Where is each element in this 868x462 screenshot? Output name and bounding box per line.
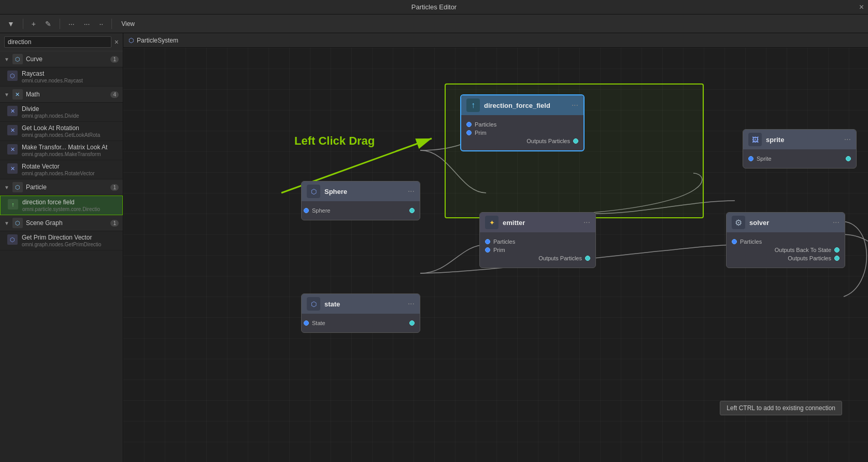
divide-item[interactable]: ✕ Divide omni.graph.nodes.Divide	[0, 103, 123, 122]
solver-back-to-state-row: Outputs Back To State	[732, 247, 839, 253]
emitter-outputs-particles-port[interactable]	[585, 256, 590, 261]
solver-particles-in-port[interactable]	[732, 239, 737, 244]
section-particle[interactable]: ▼ ⬡ Particle 1	[0, 179, 123, 195]
state-node-title: state	[324, 300, 404, 308]
sidebar-search-input[interactable]	[4, 36, 111, 48]
particles-in-port[interactable]	[466, 122, 472, 127]
canvas-header: ⬡ ParticleSystem	[123, 33, 868, 48]
toolbar-separator	[23, 19, 23, 29]
direction-force-field-header: ↑ direction_force_field ···	[461, 95, 584, 115]
particle-section-count: 1	[110, 184, 119, 191]
getprimdirection-item[interactable]: ⬡ Get Prim Direction Vector omni.graph.n…	[0, 231, 123, 250]
solver-outputs-particles-row: Outputs Particles	[732, 255, 839, 261]
solver-outputs-particles-label: Outputs Particles	[788, 255, 831, 261]
sprite-in-port[interactable]	[748, 156, 753, 161]
sprite-dots[interactable]: ···	[844, 135, 851, 144]
direction-force-field-dots[interactable]: ···	[572, 101, 578, 110]
state-in-label: State	[312, 320, 325, 326]
port-row-particles: Particles	[466, 121, 578, 128]
dots1-button[interactable]: ···	[65, 18, 78, 30]
dots2-button[interactable]: ···	[81, 18, 93, 30]
add-button[interactable]: +	[29, 18, 39, 30]
math-section-count: 4	[110, 91, 119, 98]
getprimdirection-name: Get Prim Direction Vector	[22, 234, 118, 241]
emitter-node[interactable]: ✦ emitter ··· Particles Prim Outputs Par…	[479, 212, 596, 268]
solver-dots[interactable]: ···	[833, 218, 839, 227]
state-node[interactable]: ⬡ state ··· State	[301, 293, 420, 333]
sphere-out-port[interactable]	[409, 208, 415, 213]
sprite-node[interactable]: 🖼 sprite ··· Sprite	[743, 129, 857, 169]
sprite-in-label: Sprite	[757, 156, 772, 162]
curve-section-label: Curve	[26, 55, 108, 63]
section-math[interactable]: ▼ ✕ Math 4	[0, 87, 123, 103]
emitter-prim-in-port[interactable]	[485, 247, 490, 253]
curve-section-count: 1	[110, 56, 119, 63]
section-scenegraph[interactable]: ▼ ⬡ Scene Graph 1	[0, 215, 123, 231]
solver-back-to-state-port[interactable]	[834, 247, 839, 253]
sphere-in-label: Sphere	[312, 207, 330, 214]
direction-force-field-node-icon: ↑	[466, 99, 480, 112]
emitter-particles-in-port[interactable]	[485, 239, 490, 244]
edit-button[interactable]: ✎	[42, 18, 54, 30]
raycast-name: Raycast	[22, 70, 118, 77]
dropdown-button[interactable]: ▼	[4, 18, 18, 30]
raycast-item-text: Raycast omni.curve.nodes.Raycast	[22, 70, 118, 83]
state-out-port[interactable]	[409, 320, 415, 326]
toolbar: ▼ + ✎ ··· ··· ·· View	[0, 15, 868, 33]
state-header: ⬡ state ···	[302, 294, 420, 314]
lookat-item-text: Get Look At Rotation omni.graph.nodes.Ge…	[22, 124, 118, 138]
prim-in-port[interactable]	[466, 130, 472, 135]
section-curve[interactable]: ▼ ⬡ Curve 1	[0, 51, 123, 67]
outputs-particles-port[interactable]	[573, 138, 578, 144]
state-body: State	[302, 314, 420, 332]
raycast-path: omni.curve.nodes.Raycast	[22, 78, 105, 83]
divide-icon: ✕	[7, 106, 18, 116]
lookat-item[interactable]: ✕ Get Look At Rotation omni.graph.nodes.…	[0, 122, 123, 141]
direction-force-field-path: omni.particle.system.core.Directio	[22, 206, 105, 212]
title-bar: Particles Editor ×	[0, 0, 868, 15]
sphere-port-row: Sphere	[307, 207, 415, 214]
solver-particles-row: Particles	[732, 239, 839, 245]
direction-force-field-item[interactable]: ↑ direction force field omni.particle.sy…	[0, 195, 123, 215]
sidebar-close-button[interactable]: ×	[115, 38, 119, 46]
rotatevector-icon: ✕	[7, 163, 18, 174]
sprite-node-icon: 🖼	[748, 133, 762, 146]
sphere-body: Sphere	[302, 201, 420, 220]
emitter-prim-row: Prim	[485, 247, 590, 253]
sprite-body: Sprite	[743, 149, 856, 168]
solver-node-icon: ⚙	[732, 216, 745, 229]
view-menu-button[interactable]: View	[117, 19, 139, 29]
emitter-outputs-particles-label: Outputs Particles	[538, 255, 582, 261]
solver-node[interactable]: ⚙ solver ··· Particles Outputs Back To S…	[726, 212, 845, 268]
maketransform-item[interactable]: ✕ Make Transfor... Matrix Look At omni.g…	[0, 141, 123, 160]
solver-outputs-particles-port[interactable]	[834, 256, 839, 261]
sprite-header: 🖼 sprite ···	[743, 130, 856, 149]
particle-section-label: Particle	[26, 184, 108, 191]
state-port-row: State	[307, 320, 415, 326]
sidebar-search-header: ×	[0, 33, 123, 51]
scenegraph-section-label: Scene Graph	[26, 219, 108, 227]
maketransform-path: omni.graph.nodes.MakeTransform	[22, 151, 105, 157]
sphere-dots[interactable]: ···	[408, 187, 415, 196]
rotatevector-item-text: Rotate Vector omni.graph.nodes.RotateVec…	[22, 163, 118, 176]
sphere-node-title: Sphere	[324, 188, 404, 195]
sprite-port-row: Sprite	[748, 156, 851, 162]
state-dots[interactable]: ···	[408, 299, 415, 309]
particles-in-label: Particles	[475, 121, 496, 128]
sphere-node[interactable]: ⬡ Sphere ··· Sphere	[301, 181, 420, 220]
direction-force-field-node[interactable]: ↑ direction_force_field ··· Particles Pr…	[460, 94, 585, 151]
rotatevector-item[interactable]: ✕ Rotate Vector omni.graph.nodes.RotateV…	[0, 160, 123, 179]
close-button[interactable]: ×	[859, 3, 864, 12]
scenegraph-section-count: 1	[110, 220, 119, 227]
raycast-item[interactable]: ⬡ Raycast omni.curve.nodes.Raycast	[0, 67, 123, 87]
sphere-in-port[interactable]	[304, 208, 309, 213]
solver-header: ⚙ solver ···	[727, 213, 845, 232]
direction-force-field-name: direction force field	[22, 199, 117, 206]
dots3-button[interactable]: ··	[96, 18, 106, 30]
canvas-area[interactable]: ⬡ ParticleSystem	[123, 33, 868, 462]
emitter-dots[interactable]: ···	[584, 218, 590, 227]
direction-force-field-text: direction force field omni.particle.syst…	[22, 199, 117, 212]
state-in-port[interactable]	[304, 320, 309, 326]
sprite-out-port[interactable]	[846, 156, 851, 161]
emitter-header: ✦ emitter ···	[480, 213, 595, 232]
